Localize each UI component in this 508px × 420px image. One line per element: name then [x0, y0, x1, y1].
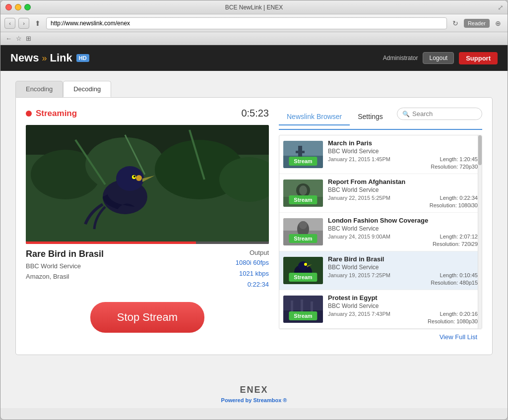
minimize-btn[interactable]: [15, 4, 21, 10]
close-btn[interactable]: [5, 4, 12, 10]
stream-length: Length: 0:10:45: [440, 272, 478, 278]
powered-brand: Streambox: [253, 397, 281, 403]
stream-thumbnail: Stream: [283, 180, 323, 207]
left-column: Streaming 0:5:23: [26, 108, 269, 345]
browser-toolbar: ‹ › ⬆ ↻ Reader ⊕: [0, 14, 508, 32]
browser-toolbar-secondary: ← ☆ ⊞: [0, 32, 508, 45]
stream-title: Report From Afghanistan: [328, 178, 478, 185]
svg-rect-33: [301, 300, 303, 313]
window-title: BCE NewLink | ENEX: [225, 4, 283, 11]
resize-icon[interactable]: ⤢: [498, 3, 504, 11]
stop-stream-button[interactable]: Stop Stream: [90, 302, 204, 333]
stream-details: March in Paris BBC World Service January…: [328, 139, 478, 170]
admin-label: Administrator: [383, 55, 418, 61]
stream-thumbnail: Stream: [283, 257, 323, 284]
output-time: 0:22:34: [236, 279, 269, 290]
stream-title: March in Paris: [328, 139, 478, 147]
stream-source: BBC World Service: [328, 225, 478, 232]
stream-length: Length: 0:22:34: [440, 195, 478, 201]
stream-thumbnail: Stream: [283, 218, 323, 245]
browser-window: BCE NewLink | ENEX ⤢ ‹ › ⬆ ↻ Reader ⊕ ← …: [0, 0, 508, 420]
tab-settings[interactable]: Settings: [350, 109, 391, 124]
bookmark-star-icon[interactable]: ☆: [16, 35, 22, 42]
stream-details: London Fashion Show Coverage BBC World S…: [328, 217, 478, 247]
powered-by-text: Powered by: [221, 397, 252, 403]
logout-button[interactable]: Logout: [423, 52, 454, 64]
stream-thumbnail: Stream: [283, 296, 323, 323]
back-icon[interactable]: ←: [5, 35, 12, 42]
video-player[interactable]: [26, 125, 269, 244]
grid-icon[interactable]: ⊞: [26, 35, 31, 42]
scrollbar-thumb[interactable]: [478, 135, 482, 165]
stream-thumbnail: Stream: [283, 141, 323, 168]
stream-meta: January 22, 2015 5:25PM Length: 0:22:34: [328, 195, 478, 201]
stream-button[interactable]: Stream: [289, 157, 317, 166]
stream-length: Length: 1:20:45: [440, 156, 478, 162]
svg-point-21: [299, 185, 307, 195]
svg-rect-17: [296, 151, 305, 153]
tab-newslink-browser[interactable]: Newslink Browser: [279, 109, 350, 125]
video-progress-bar[interactable]: [26, 241, 269, 244]
stream-item[interactable]: Stream March in Paris BBC World Service …: [279, 135, 482, 174]
scrollbar-track[interactable]: [478, 135, 482, 329]
logo-hd-badge: HD: [76, 54, 89, 62]
stream-list: Stream March in Paris BBC World Service …: [279, 135, 482, 329]
window-controls: [5, 4, 31, 10]
output-label: Output: [236, 249, 269, 256]
title-bar: BCE NewLink | ENEX ⤢: [0, 0, 508, 14]
address-bar[interactable]: [46, 17, 447, 29]
tab-decoding[interactable]: Decoding: [63, 81, 111, 97]
stream-button[interactable]: Stream: [289, 195, 317, 204]
support-button[interactable]: Support: [459, 52, 498, 64]
stream-resolution: Resolution: 720p30: [431, 164, 478, 170]
svg-point-29: [304, 263, 307, 266]
tab-encoding[interactable]: Encoding: [15, 81, 63, 97]
stream-timer: 0:5:23: [241, 108, 269, 119]
search-box: 🔍: [397, 108, 482, 120]
svg-point-25: [299, 221, 307, 229]
refresh-icon[interactable]: ↻: [450, 18, 461, 29]
stream-date: January 19, 2015 7:25PM: [328, 272, 390, 278]
bookmark-icon[interactable]: ⊕: [493, 18, 504, 29]
video-info: Rare Bird in Brasil BBC World Service Am…: [26, 249, 269, 290]
stream-item[interactable]: Stream Protest in Egypt BBC World Servic…: [279, 290, 482, 329]
stream-button[interactable]: Stream: [289, 273, 317, 282]
maximize-btn[interactable]: [24, 4, 31, 10]
svg-point-13: [133, 176, 135, 178]
video-progress-fill: [26, 241, 196, 244]
browser-sub-tabs: Newslink Browser Settings: [279, 109, 391, 124]
forward-button[interactable]: ›: [18, 18, 29, 29]
stream-item[interactable]: Stream London Fashion Show Coverage BBC …: [279, 213, 482, 251]
stream-date: January 24, 2015 9:00AM: [328, 234, 390, 240]
video-source: BBC World Service: [26, 261, 104, 272]
main-panel: Streaming 0:5:23: [15, 97, 493, 355]
share-icon[interactable]: ⬆: [32, 18, 43, 29]
output-info: Output 1080i 60fps 1021 kbps 0:22:34: [236, 249, 269, 290]
back-button[interactable]: ‹: [4, 18, 15, 29]
stream-button[interactable]: Stream: [289, 234, 317, 243]
output-fps: 1080i 60fps: [236, 257, 269, 268]
stream-meta: January 23, 2015 7:43PM Length: 0:20:16: [328, 311, 478, 317]
streaming-dot: [26, 111, 32, 117]
stream-source: BBC World Service: [328, 264, 478, 271]
stream-meta-2: Resolution: 720i29: [328, 241, 478, 247]
stream-meta: January 19, 2015 7:25PM Length: 0:10:45: [328, 272, 478, 278]
search-icon: 🔍: [402, 111, 410, 118]
stream-meta-2: Resolution: 480p15: [328, 280, 478, 286]
stream-button[interactable]: Stream: [289, 311, 317, 320]
svg-point-28: [298, 261, 308, 270]
stream-date: January 21, 2015 1:45PM: [328, 156, 390, 162]
stream-details: Protest in Egypt BBC World Service Janua…: [328, 294, 478, 324]
stream-meta-2: Resolution: 720p30: [328, 164, 478, 170]
video-content: [26, 125, 269, 244]
stream-resolution: Resolution: 1080i30: [430, 202, 478, 208]
stream-title: Protest in Egypt: [328, 294, 478, 301]
stream-item[interactable]: Stream Rare Bird in Brasil BBC World Ser…: [279, 251, 482, 290]
streaming-label: Streaming: [36, 109, 77, 119]
stream-length: Length: 0:20:16: [440, 311, 478, 317]
search-input[interactable]: [412, 110, 477, 118]
stream-item[interactable]: Stream Report From Afghanistan BBC World…: [279, 174, 482, 213]
reader-button[interactable]: Reader: [464, 19, 490, 28]
view-full-list-link[interactable]: View Full List: [279, 329, 482, 345]
stream-title: London Fashion Show Coverage: [328, 217, 478, 224]
